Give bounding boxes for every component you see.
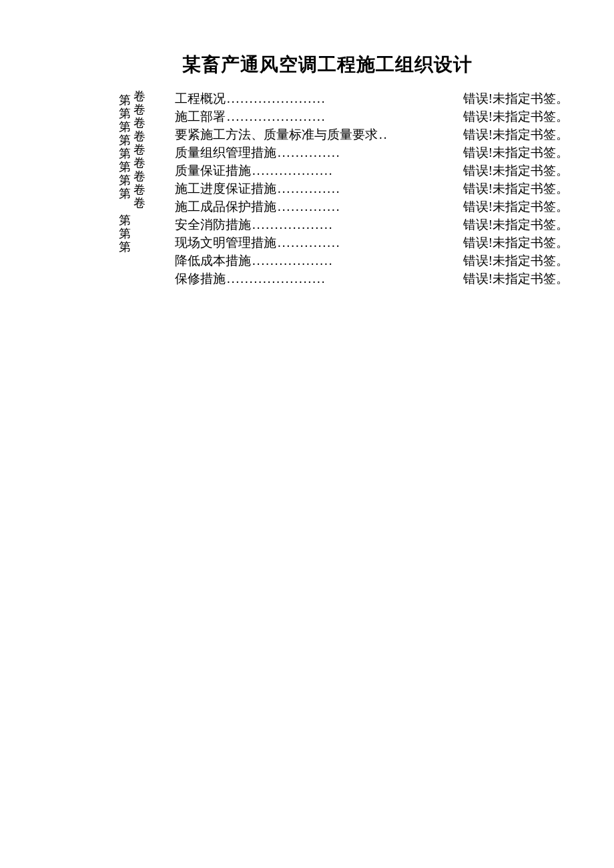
vcol1-char: 第 bbox=[119, 133, 131, 147]
toc-row: 降低成本措施..................错误!未指定书签。 bbox=[175, 252, 569, 270]
toc-dots: .................. bbox=[251, 161, 463, 179]
vcol1-char: 第 bbox=[119, 227, 131, 240]
toc-row: 要紧施工方法、质量标准与质量要求..错误!未指定书签。 bbox=[175, 125, 569, 143]
vcol1-char: 第 bbox=[119, 107, 131, 120]
toc-label: 施工进度保证措施 bbox=[175, 179, 276, 197]
toc-error: 错误!未指定书签。 bbox=[463, 215, 569, 234]
toc-row: 质量保证措施..................错误!未指定书签。 bbox=[175, 161, 569, 179]
toc-error: 错误!未指定书签。 bbox=[463, 161, 569, 179]
toc-error: 错误!未指定书签。 bbox=[463, 107, 569, 125]
toc-error: 错误!未指定书签。 bbox=[463, 252, 569, 270]
toc-row: 施工成品保护措施..............错误!未指定书签。 bbox=[175, 197, 569, 215]
page-title: 某畜产通风空调工程施工组织设计 bbox=[40, 52, 614, 77]
vcol1-char: 第 bbox=[119, 240, 131, 254]
vcol2-char: 卷 bbox=[133, 103, 145, 116]
toc-error: 错误!未指定书签。 bbox=[463, 270, 569, 288]
vcol1-char: 第 bbox=[119, 213, 131, 227]
vcol2-char: 卷 bbox=[133, 183, 145, 196]
toc-error: 错误!未指定书签。 bbox=[463, 89, 569, 107]
toc-dots: .................. bbox=[251, 215, 463, 234]
toc-error: 错误!未指定书签。 bbox=[463, 143, 569, 161]
vcol2-char: 卷 bbox=[133, 116, 145, 129]
toc-dots: .............. bbox=[276, 197, 463, 215]
toc-dots: .............. bbox=[276, 179, 463, 197]
toc-dots: .................. bbox=[251, 252, 463, 270]
vertical-margin-labels: 第第第第第第第第 第第第 卷卷卷卷卷卷卷卷卷 bbox=[119, 89, 145, 254]
toc-error: 错误!未指定书签。 bbox=[463, 125, 569, 143]
toc-label: 质量保证措施 bbox=[175, 161, 251, 179]
toc-label: 安全消防措施 bbox=[175, 215, 251, 234]
vcol2-char: 卷 bbox=[133, 169, 145, 183]
toc-dots: ...................... bbox=[226, 89, 463, 107]
vcol1-char bbox=[119, 200, 131, 213]
vcol2-char: 卷 bbox=[133, 129, 145, 143]
vcol1-char: 第 bbox=[119, 160, 131, 173]
toc-error: 错误!未指定书签。 bbox=[463, 197, 569, 215]
toc-dots: ...................... bbox=[226, 107, 463, 125]
toc-label: 现场文明管理措施 bbox=[175, 234, 276, 252]
vcol1-char: 第 bbox=[119, 147, 131, 160]
toc-dots: .............. bbox=[276, 143, 463, 161]
toc-row: 施工进度保证措施..............错误!未指定书签。 bbox=[175, 179, 569, 197]
toc-error: 错误!未指定书签。 bbox=[463, 234, 569, 252]
toc-label: 要紧施工方法、质量标准与质量要求 bbox=[175, 125, 378, 143]
table-of-contents: 工程概况......................错误!未指定书签。施工部署.… bbox=[175, 89, 569, 288]
toc-label: 工程概况 bbox=[175, 89, 226, 107]
vcol1-char: 第 bbox=[119, 173, 131, 187]
toc-error: 错误!未指定书签。 bbox=[463, 179, 569, 197]
toc-dots: .. bbox=[378, 125, 463, 143]
vcol2-char: 卷 bbox=[133, 156, 145, 169]
toc-row: 工程概况......................错误!未指定书签。 bbox=[175, 89, 569, 107]
vcol1-char: 第 bbox=[119, 120, 131, 133]
toc-label: 保修措施 bbox=[175, 270, 226, 288]
toc-dots: ...................... bbox=[226, 270, 463, 288]
toc-row: 现场文明管理措施..............错误!未指定书签。 bbox=[175, 234, 569, 252]
toc-row: 施工部署......................错误!未指定书签。 bbox=[175, 107, 569, 125]
vcol1-char: 第 bbox=[119, 93, 131, 107]
toc-label: 质量组织管理措施 bbox=[175, 143, 276, 161]
toc-row: 安全消防措施..................错误!未指定书签。 bbox=[175, 215, 569, 234]
toc-dots: .............. bbox=[276, 234, 463, 252]
toc-row: 保修措施......................错误!未指定书签。 bbox=[175, 270, 569, 288]
vertical-col-1: 第第第第第第第第 第第第 bbox=[119, 93, 131, 254]
toc-label: 施工部署 bbox=[175, 107, 226, 125]
vcol2-char: 卷 bbox=[133, 143, 145, 156]
vertical-col-2: 卷卷卷卷卷卷卷卷卷 bbox=[133, 89, 145, 254]
toc-row: 质量组织管理措施..............错误!未指定书签。 bbox=[175, 143, 569, 161]
toc-label: 施工成品保护措施 bbox=[175, 197, 276, 215]
vcol2-char: 卷 bbox=[133, 196, 145, 209]
vcol2-char: 卷 bbox=[133, 89, 145, 103]
toc-label: 降低成本措施 bbox=[175, 252, 251, 270]
vcol1-char: 第 bbox=[119, 187, 131, 200]
